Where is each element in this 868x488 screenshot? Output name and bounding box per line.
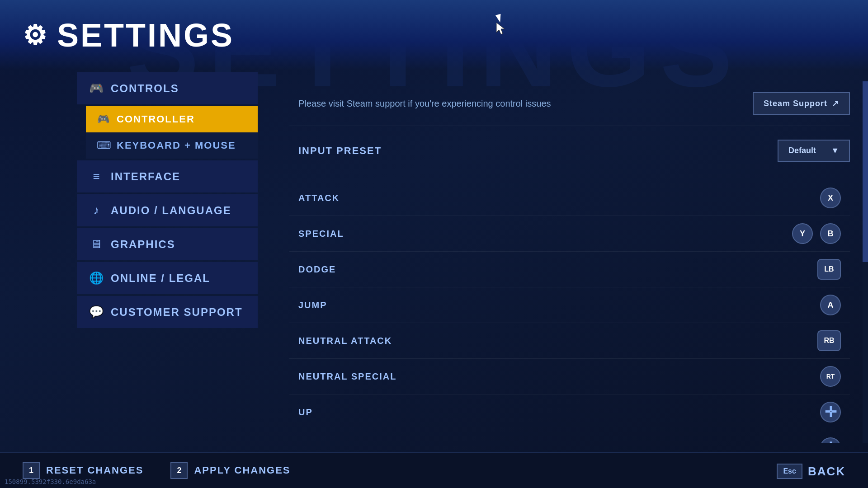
apply-changes-action[interactable]: 2 APPLY CHANGES [170, 462, 290, 479]
back-button[interactable]: Esc BACK [777, 464, 845, 479]
control-buttons-jump: A [820, 295, 841, 315]
sidebar: 🎮 CONTROLS 🎮 CONTROLLER ⌨ KEYBOARD + MOU… [77, 72, 258, 328]
sidebar-item-graphics[interactable]: 🖥 GRAPHICS [77, 228, 258, 260]
controls-sub-items: 🎮 CONTROLLER ⌨ KEYBOARD + MOUSE [86, 106, 258, 159]
control-row-neutral-special[interactable]: NEUTRAL SPECIAL RT [289, 359, 850, 394]
controls-icon: 🎮 [89, 81, 104, 95]
support-icon: 💬 [89, 305, 104, 319]
chevron-down-icon: ▼ [831, 146, 839, 155]
button-x: X [820, 188, 841, 208]
control-name-jump: JUMP [298, 300, 327, 310]
control-name-up: UP [298, 407, 313, 418]
num-badge-2: 2 [170, 462, 188, 479]
scrollbar-track[interactable] [863, 81, 868, 443]
footer-id: 150899.5392f330.6e9da63a [5, 478, 96, 485]
control-row-dodge[interactable]: DODGE LB [289, 252, 850, 287]
control-row-attack[interactable]: ATTACK X [289, 180, 850, 216]
button-lb: LB [817, 259, 841, 280]
dpad-right: ✛ [820, 437, 841, 443]
gear-icon: ⚙ [23, 19, 49, 51]
interface-icon: ≡ [89, 169, 104, 183]
sidebar-item-online-legal[interactable]: 🌐 ONLINE / LEGAL [77, 262, 258, 294]
bottom-bar: 1 RESET CHANGES 2 APPLY CHANGES [0, 452, 868, 488]
external-link-icon: ↗ [832, 99, 839, 108]
content-inner: Please visit Steam support if you're exp… [289, 81, 868, 443]
control-name-neutral-special: NEUTRAL SPECIAL [298, 371, 396, 382]
control-buttons-neutral-special: RT [820, 366, 841, 387]
sidebar-item-controller[interactable]: 🎮 CONTROLLER [86, 106, 258, 132]
graphics-icon: 🖥 [89, 237, 104, 251]
control-row-up[interactable]: UP ✛ [289, 394, 850, 430]
sidebar-item-interface-label: INTERFACE [111, 170, 180, 183]
keyboard-icon: ⌨ [97, 140, 109, 151]
audio-icon: ♪ [89, 203, 104, 217]
sidebar-item-customer-support[interactable]: 💬 CUSTOMER SUPPORT [77, 296, 258, 328]
control-row-special[interactable]: SPECIAL Y B [289, 216, 850, 252]
control-row-right[interactable]: RIGHT ✛ [289, 430, 850, 443]
sidebar-item-controller-label: CONTROLLER [117, 113, 195, 125]
sidebar-item-graphics-label: GRAPHICS [111, 238, 175, 251]
scroll-container[interactable]: Please visit Steam support if you're exp… [289, 81, 868, 443]
control-name-right: RIGHT [298, 443, 331, 443]
steam-support-btn-label: Steam Support [764, 99, 827, 108]
control-name-dodge: DODGE [298, 264, 336, 275]
page-title-text: SETTINGS [57, 17, 234, 54]
sidebar-item-audio-label: AUDIO / LANGUAGE [111, 204, 231, 217]
dpad-up: ✛ [820, 402, 841, 422]
scrollbar-thumb[interactable] [863, 81, 868, 262]
button-a: A [820, 295, 841, 315]
sidebar-item-audio[interactable]: ♪ AUDIO / LANGUAGE [77, 194, 258, 226]
sidebar-item-interface[interactable]: ≡ INTERFACE [77, 160, 258, 192]
main-content: Please visit Steam support if you're exp… [289, 72, 868, 452]
control-row-jump[interactable]: JUMP A [289, 287, 850, 323]
button-rt: RT [820, 366, 841, 387]
sidebar-item-controls-label: CONTROLS [111, 82, 179, 95]
input-preset-label: INPUT PRESET [298, 145, 382, 157]
header: ⚙ SETTINGS [0, 0, 868, 70]
control-row-neutral-attack[interactable]: NEUTRAL ATTACK RB [289, 323, 850, 359]
sidebar-item-support-label: CUSTOMER SUPPORT [111, 306, 243, 319]
control-buttons-dodge: LB [817, 259, 841, 280]
button-b: B [820, 223, 841, 244]
controller-icon: 🎮 [97, 113, 109, 125]
control-name-neutral-attack: NEUTRAL ATTACK [298, 336, 392, 346]
input-preset-dropdown[interactable]: Default ▼ [778, 140, 850, 162]
control-buttons-special: Y B [792, 223, 841, 244]
input-preset-row: INPUT PRESET Default ▼ [289, 131, 850, 171]
button-rb: RB [817, 330, 841, 351]
apply-changes-label: APPLY CHANGES [194, 465, 290, 476]
back-label: BACK [808, 465, 845, 479]
page-title: ⚙ SETTINGS [23, 17, 234, 54]
control-name-special: SPECIAL [298, 229, 344, 239]
control-name-attack: ATTACK [298, 193, 340, 203]
sidebar-item-online-label: ONLINE / LEGAL [111, 272, 210, 285]
steam-support-text: Please visit Steam support if you're exp… [298, 99, 551, 109]
input-preset-value: Default [788, 146, 816, 155]
control-buttons-neutral-attack: RB [817, 330, 841, 351]
esc-badge: Esc [777, 464, 802, 479]
sidebar-item-keyboard-label: KEYBOARD + MOUSE [117, 140, 236, 151]
reset-changes-action[interactable]: 1 RESET CHANGES [23, 462, 143, 479]
sidebar-item-controls[interactable]: 🎮 CONTROLS [77, 72, 258, 104]
steam-support-row: Please visit Steam support if you're exp… [289, 81, 850, 126]
sidebar-item-keyboard-mouse[interactable]: ⌨ KEYBOARD + MOUSE [86, 132, 258, 159]
online-icon: 🌐 [89, 271, 104, 285]
control-buttons-up: ✛ [820, 402, 841, 422]
reset-changes-label: RESET CHANGES [46, 465, 143, 476]
steam-support-button[interactable]: Steam Support ↗ [753, 92, 850, 115]
num-badge-1: 1 [23, 462, 40, 479]
button-y: Y [792, 223, 813, 244]
control-buttons-right: ✛ [820, 437, 841, 443]
control-buttons-attack: X [820, 188, 841, 208]
